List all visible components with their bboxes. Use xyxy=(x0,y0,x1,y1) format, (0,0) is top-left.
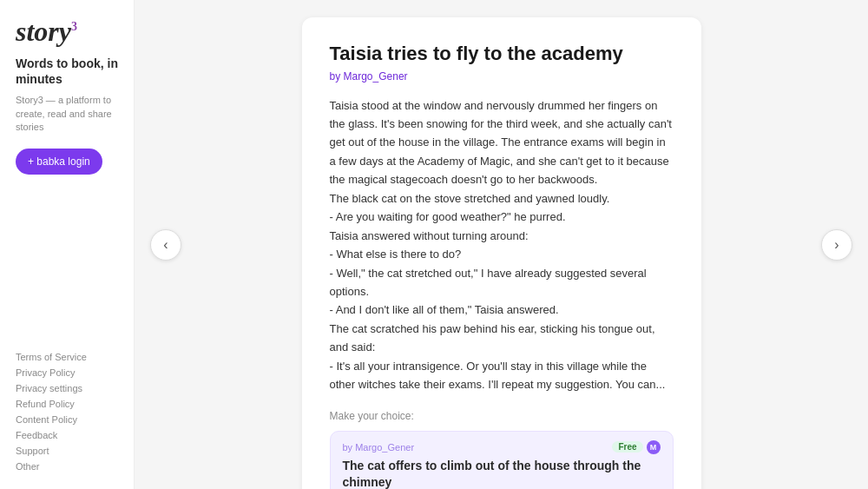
choices-container: by Margo_GenerFreeMThe cat offers to cli… xyxy=(330,431,674,489)
description: Story3 — a platform to create, read and … xyxy=(16,94,118,134)
story-author: by Margo_Gener xyxy=(330,70,674,83)
avatar: M xyxy=(647,440,661,454)
footer-link[interactable]: Support xyxy=(16,446,118,456)
footer-link[interactable]: Refund Policy xyxy=(16,399,118,409)
footer-link[interactable]: Terms of Service xyxy=(16,352,118,362)
story-title: Taisia tries to fly to the academy xyxy=(330,42,674,67)
footer-link[interactable]: Other xyxy=(16,461,118,472)
sidebar: story3 Words to book, in minutes Story3 … xyxy=(0,0,135,489)
choice-author: by Margo_Gener xyxy=(343,442,415,453)
footer-link[interactable]: Content Policy xyxy=(16,414,118,425)
choice-text: The cat offers to climb out of the house… xyxy=(343,458,661,489)
logo-area: story3 xyxy=(16,17,118,45)
footer-link[interactable]: Privacy settings xyxy=(16,383,118,393)
author-name: Margo_Gener xyxy=(344,70,408,83)
make-choice-label: Make your choice: xyxy=(330,410,674,422)
story-card: Taisia tries to fly to the academy by Ma… xyxy=(302,17,701,489)
choice-card[interactable]: by Margo_GenerFreeMThe cat offers to cli… xyxy=(330,431,674,489)
logo: story3 xyxy=(16,17,77,45)
main-content: ‹ Taisia tries to fly to the academy by … xyxy=(135,0,868,489)
story-body: Taisia stood at the window and nervously… xyxy=(330,96,674,394)
tagline: Words to book, in minutes xyxy=(16,56,118,87)
footer-link[interactable]: Privacy Policy xyxy=(16,367,118,378)
login-button[interactable]: + babka login xyxy=(16,149,102,175)
sidebar-footer: Terms of ServicePrivacy PolicyPrivacy se… xyxy=(16,352,118,472)
choice-badge: Free xyxy=(612,441,642,453)
prev-arrow[interactable]: ‹ xyxy=(150,229,181,261)
footer-link[interactable]: Feedback xyxy=(16,430,118,440)
next-arrow[interactable]: › xyxy=(821,229,852,261)
